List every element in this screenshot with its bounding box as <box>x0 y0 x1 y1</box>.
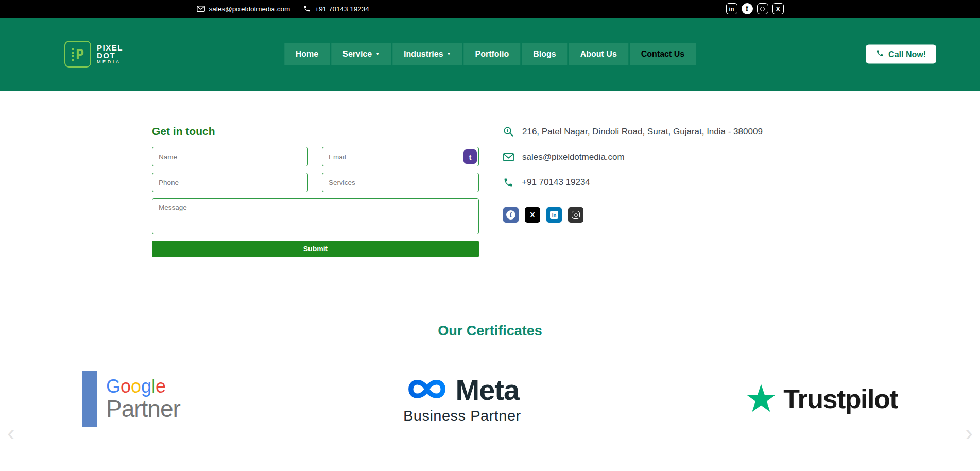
phone-icon <box>876 49 884 59</box>
phone-icon <box>503 177 513 188</box>
google-partner-logo: Google Partner <box>82 371 180 427</box>
google-wordmark: Google <box>106 377 180 396</box>
chevron-down-icon: ▼ <box>375 52 380 56</box>
certificates-heading: Our Certificates <box>0 323 980 339</box>
carousel-next-button[interactable]: › <box>965 422 973 444</box>
nav-item-service[interactable]: Service▼ <box>331 43 391 65</box>
phone-text: +91 70143 19234 <box>522 177 590 188</box>
carousel-prev-button[interactable]: ‹ <box>7 422 15 444</box>
topbar: sales@pixeldotmedia.com +91 70143 19234 … <box>0 0 980 18</box>
logo[interactable]: P PIXEL DOT MEDIA <box>64 41 123 68</box>
site-header: P PIXEL DOT MEDIA Home Service▼ Industri… <box>0 18 980 91</box>
services-input[interactable] <box>322 173 479 192</box>
logo-mark-icon: P <box>64 41 91 68</box>
trustpilot-logo: ★ Trustpilot <box>744 380 898 418</box>
nav-item-home[interactable]: Home <box>284 43 330 65</box>
meta-business-partner-logo: Meta Business Partner <box>403 373 521 425</box>
nav-item-contact-us[interactable]: Contact Us <box>630 43 696 65</box>
google-partner-text: Partner <box>106 396 180 421</box>
instagram-icon[interactable] <box>757 3 768 14</box>
x-twitter-icon[interactable]: X <box>772 3 784 14</box>
certificates-carousel: Google Partner Meta Business Partner <box>0 368 980 430</box>
email-text: sales@pixeldotmedia.com <box>522 152 625 162</box>
address-text: 216, Patel Nagar, Dindoli Road, Surat, G… <box>522 127 763 137</box>
contact-section: Get in touch t Submit 216, Patel Nagar, … <box>0 91 980 257</box>
contact-info: 216, Patel Nagar, Dindoli Road, Surat, G… <box>503 125 763 257</box>
submit-button[interactable]: Submit <box>152 241 479 257</box>
email-row[interactable]: sales@pixeldotmedia.com <box>503 152 763 162</box>
browser-extension-badge-icon[interactable]: t <box>463 149 477 164</box>
social-buttons: f X in <box>503 207 763 223</box>
phone-icon <box>303 5 311 12</box>
google-partner-bar <box>82 371 97 427</box>
email-input[interactable] <box>322 147 479 166</box>
main-nav: Home Service▼ Industries▼ Portfolio Blog… <box>284 43 696 65</box>
nav-item-industries[interactable]: Industries▼ <box>392 43 462 65</box>
email-icon <box>197 6 205 12</box>
location-search-icon <box>503 126 514 137</box>
linkedin-icon[interactable]: in <box>546 207 562 223</box>
call-now-button[interactable]: Call Now! <box>866 45 936 64</box>
topbar-email[interactable]: sales@pixeldotmedia.com <box>197 5 290 13</box>
contact-form: t Submit <box>152 147 479 257</box>
nav-item-portfolio[interactable]: Portfolio <box>463 43 520 65</box>
address-row: 216, Patel Nagar, Dindoli Road, Surat, G… <box>503 126 763 137</box>
page: sales@pixeldotmedia.com +91 70143 19234 … <box>0 0 980 471</box>
logo-wordmark: PIXEL DOT MEDIA <box>97 44 123 65</box>
meta-wordmark: Meta <box>456 373 520 407</box>
topbar-phone[interactable]: +91 70143 19234 <box>303 5 369 13</box>
nav-item-about-us[interactable]: About Us <box>569 43 628 65</box>
trustpilot-wordmark: Trustpilot <box>783 383 898 414</box>
chevron-down-icon: ▼ <box>447 52 451 56</box>
trustpilot-star-icon: ★ <box>744 380 778 418</box>
linkedin-icon[interactable]: in <box>726 3 737 14</box>
meta-infinity-icon <box>405 376 449 405</box>
name-input[interactable] <box>152 147 308 166</box>
phone-row[interactable]: +91 70143 19234 <box>503 177 763 188</box>
email-icon <box>503 153 514 161</box>
phone-input[interactable] <box>152 173 308 192</box>
facebook-icon[interactable]: f <box>742 3 753 14</box>
facebook-icon[interactable]: f <box>503 207 519 223</box>
x-twitter-icon[interactable]: X <box>525 207 540 223</box>
meta-business-partner-text: Business Partner <box>403 408 521 425</box>
instagram-icon[interactable] <box>568 207 583 223</box>
get-in-touch-heading: Get in touch <box>152 125 479 138</box>
nav-item-blogs[interactable]: Blogs <box>522 43 567 65</box>
message-textarea[interactable] <box>152 198 479 234</box>
topbar-phone-text: +91 70143 19234 <box>315 5 369 13</box>
topbar-email-text: sales@pixeldotmedia.com <box>209 5 290 13</box>
